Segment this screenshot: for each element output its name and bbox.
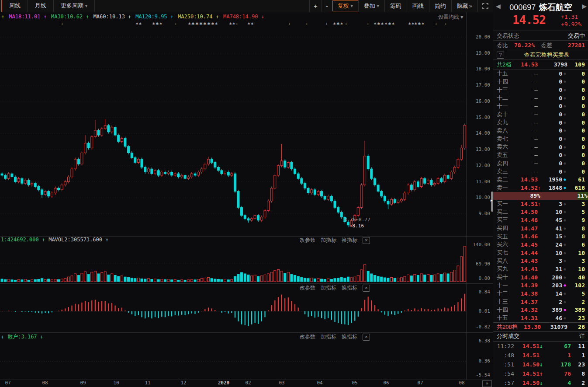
panel-control-1[interactable]: 加指标: [321, 284, 336, 292]
toolbar-right: +-复权▾叠加▾筹码画线简约隐藏»: [309, 0, 493, 12]
level-volume: 46: [542, 315, 562, 321]
level-label: 十一: [497, 102, 514, 110]
tab-period-2[interactable]: 更多周期▾: [54, 0, 95, 12]
sell-level-row[interactable]: 十一—0◆0: [493, 102, 588, 111]
tab-period-1[interactable]: 月线: [28, 0, 54, 12]
panel-control-2[interactable]: 换指标: [342, 284, 357, 292]
sell-summary-price: 14.53: [521, 61, 538, 68]
buy-level-row[interactable]: 买六14.4524◆6: [493, 241, 588, 249]
sell-level-row[interactable]: 十二—0◆0: [493, 94, 588, 102]
toolbar-button-2[interactable]: 复权▾: [332, 0, 358, 11]
buy-level-row[interactable]: 买九14.4131◆10: [493, 265, 588, 273]
sell-level-row[interactable]: 卖八—0◆0: [493, 127, 588, 135]
panel-control-0[interactable]: 改参数: [300, 284, 315, 292]
panel-control-2[interactable]: 换指标: [342, 333, 357, 341]
fullscreen-button[interactable]: [477, 0, 493, 12]
price-axis-label: 15.00: [467, 115, 490, 120]
sanhu-panel[interactable]: [0, 332, 466, 380]
full-orderbook-link[interactable]: ? 查看完整档买卖盘: [493, 50, 588, 60]
sell-level-row[interactable]: 十四—0◆0: [493, 78, 588, 86]
buy-level-row[interactable]: 十一14.39203◆102: [493, 281, 588, 289]
toolbar-button-4[interactable]: 筹码: [384, 0, 407, 12]
buy-level-row[interactable]: 十四14.32389◆389: [493, 306, 588, 314]
level-count: 0: [567, 136, 585, 142]
footer-vol: 31079: [541, 324, 567, 330]
macd-panel[interactable]: [0, 283, 466, 332]
buy-level-row[interactable]: 买二14.5010◆5: [493, 208, 588, 216]
close-icon[interactable]: ×: [363, 237, 370, 244]
toolbar-button-1[interactable]: -: [322, 0, 332, 12]
sell-level-row[interactable]: 卖五—0◆0: [493, 151, 588, 160]
price-axis-label: 18.00: [467, 66, 490, 72]
ratio-left: 89%: [493, 192, 577, 200]
tick-price: 14.50: [514, 380, 540, 386]
main-candlestick-chart[interactable]: 8.76←8.77←8.16: [0, 26, 466, 236]
sell-level-row[interactable]: 十五—0◆0: [493, 70, 588, 78]
sell-level-row[interactable]: 卖二14.531950◆61: [493, 176, 588, 184]
toolbar-button-0[interactable]: +: [309, 0, 322, 12]
buy-level-row[interactable]: 买七14.4410◆10: [493, 249, 588, 257]
level-label: 买十: [497, 273, 514, 281]
toolbar-button-3[interactable]: 叠加▾: [358, 0, 384, 12]
sell-level-row[interactable]: 卖十—0◆0: [493, 110, 588, 119]
close-icon[interactable]: ×: [363, 334, 370, 341]
panel-control-1[interactable]: 加指标: [321, 237, 336, 244]
close-icon[interactable]: ×: [363, 285, 370, 292]
sell-level-row[interactable]: 卖三—0◆0: [493, 167, 588, 176]
level-count: 616: [567, 185, 585, 191]
time-sales-detail-link[interactable]: 详: [579, 332, 585, 340]
buy-level-row[interactable]: 买十14.40200◆40: [493, 273, 588, 282]
buy-level-row[interactable]: 十三14.372◆2: [493, 298, 588, 306]
orderbook-footer-row[interactable]: 共208档 13.30 31079 26: [493, 322, 588, 331]
sell-level-row[interactable]: 卖九—0◆0: [493, 119, 588, 127]
buy-level-row[interactable]: 买八14.433◆3: [493, 257, 588, 265]
level-count: 10: [567, 266, 585, 272]
buy-level-row[interactable]: 十二14.3814◆5: [493, 289, 588, 298]
next-stock-arrow[interactable]: ▶: [582, 3, 587, 10]
x-axis-more-button[interactable]: »: [482, 380, 492, 387]
volume-axis-label: 69.90: [467, 261, 490, 267]
button-label: 画线: [412, 0, 424, 12]
level-volume: 0: [542, 103, 562, 109]
prev-stock-arrow[interactable]: ◀: [496, 3, 501, 10]
level-volume: 203: [542, 282, 562, 289]
tick-row: :5414.51↑768: [493, 369, 588, 378]
sell-level-row[interactable]: 卖四—0◆0: [493, 159, 588, 167]
x-axis-label: 10: [113, 380, 119, 386]
volume-panel[interactable]: [0, 236, 466, 283]
level-volume: 3: [542, 258, 562, 264]
panel-control-0[interactable]: 改参数: [300, 333, 315, 341]
level-price: 14.32: [514, 307, 538, 313]
tick-down-arrow-icon: ↓: [540, 380, 545, 386]
tab-period-0[interactable]: 周线: [2, 0, 28, 12]
sell-level-row[interactable]: 十三—0◆0: [493, 86, 588, 94]
price-axis-label: 14.00: [467, 130, 490, 136]
panel-control-2[interactable]: 换指标: [342, 237, 357, 244]
buy-level-row[interactable]: 买五14.4615◆8: [493, 232, 588, 241]
order-diamond-icon: ◆: [562, 137, 567, 141]
toolbar-button-7[interactable]: 隐藏»: [451, 0, 477, 12]
buy-level-row[interactable]: 买四14.4741◆8: [493, 224, 588, 233]
toolbar-button-5[interactable]: 画线: [407, 0, 429, 12]
macd-axis-label: 0.84: [467, 289, 490, 295]
panel-drag-handle[interactable]: [491, 192, 493, 212]
buy-level-row[interactable]: 买三14.4845◆9: [493, 216, 588, 224]
level-price: 14.53: [514, 176, 538, 183]
sell-level-row[interactable]: 卖七—0◆0: [493, 135, 588, 143]
tick-row: :5714.50↓42: [493, 378, 588, 387]
sell-level-row[interactable]: 卖一14.52↑1848◆616: [493, 184, 588, 192]
toolbar-button-6[interactable]: 简约: [429, 0, 451, 12]
help-icon[interactable]: ?: [497, 52, 504, 59]
level-label: 卖三: [497, 167, 514, 175]
level-count: 8: [567, 233, 585, 240]
buy-level-row[interactable]: 十五14.3146◆23: [493, 314, 588, 322]
macd-axis-label: -0.82: [467, 324, 490, 330]
last-price: 14.52: [512, 13, 546, 27]
level-volume: 14: [542, 290, 562, 297]
panel-control-1[interactable]: 加指标: [321, 333, 336, 341]
panel-control-0[interactable]: 改参数: [300, 237, 315, 244]
set-ma-button[interactable]: 设置均线 ▾: [438, 14, 463, 21]
level-count: 0: [567, 119, 585, 126]
sell-level-row[interactable]: 卖六—0◆0: [493, 143, 588, 151]
buy-level-row[interactable]: 买一14.51↑3◆3: [493, 200, 588, 208]
